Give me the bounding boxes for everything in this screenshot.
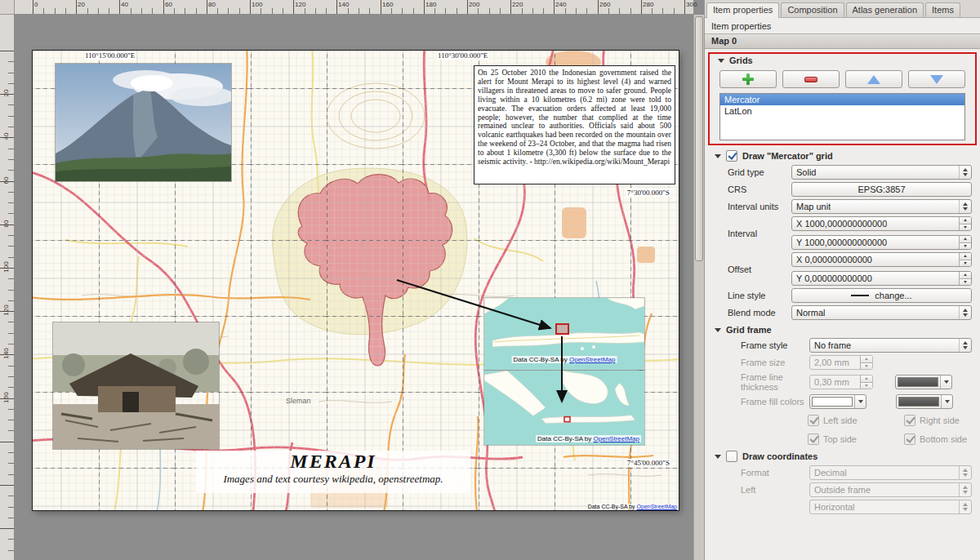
spin-buttons[interactable]: [860, 356, 872, 369]
line-style-change-button[interactable]: change...: [791, 288, 972, 303]
panel-title: Item properties: [705, 18, 980, 33]
draw-coordinates-label: Draw coordinates: [742, 451, 817, 461]
crs-label: CRS: [713, 184, 791, 194]
move-grid-up-button[interactable]: [845, 70, 902, 88]
ruler-mark: 20: [2, 85, 11, 101]
right-side-checkbox[interactable]: [904, 415, 915, 426]
grid-type-select[interactable]: Solid: [791, 165, 972, 180]
dropdown-arrow-icon: [940, 376, 951, 389]
blend-mode-label: Blend mode: [713, 308, 791, 318]
attribution-text: Data CC-By-SA by: [588, 504, 637, 509]
left-side-checkbox[interactable]: [808, 415, 819, 426]
ruler-mark: 180: [425, 1, 436, 8]
frame-fill-color2-button[interactable]: [896, 394, 953, 409]
spin-buttons[interactable]: [959, 217, 971, 230]
ruler-vertical: 20 40 60 80 100 120 140 160: [0, 15, 15, 560]
dropdown-arrows-icon: [959, 500, 971, 513]
format-select[interactable]: Decimal: [809, 465, 972, 480]
left-frame-position-select[interactable]: Outside frame: [809, 482, 972, 497]
dropdown-arrows-icon: [959, 483, 971, 496]
openstreetmap-link[interactable]: OpenStreetMap: [569, 356, 615, 363]
interval-label: Interval: [713, 229, 791, 238]
ruler-mark: 60: [2, 172, 11, 189]
destroyed-house-photo[interactable]: [53, 322, 219, 449]
offset-y-input[interactable]: Y 0,000000000000: [791, 271, 972, 286]
volcano-photo[interactable]: [56, 64, 231, 181]
info-text: On 25 October 2010 the Indonesian govern…: [478, 69, 671, 166]
right-side-option[interactable]: Right side: [904, 415, 973, 426]
composition-canvas[interactable]: On 25 October 2010 the Indonesian govern…: [15, 15, 693, 560]
tab-composition[interactable]: Composition: [781, 2, 844, 17]
interval-x-input[interactable]: X 1000,000000000000: [791, 216, 972, 231]
draw-coordinates-header[interactable]: Draw coordinates: [715, 451, 973, 462]
item-properties-panel: Item properties Composition Atlas genera…: [704, 0, 980, 560]
frame-line-color-button[interactable]: [895, 375, 952, 389]
frame-style-select[interactable]: No frame: [809, 338, 972, 353]
interval-units-select[interactable]: Map unit: [791, 199, 972, 214]
panel-tab-bar: Item properties Composition Atlas genera…: [705, 0, 980, 18]
ruler-mark: 120: [295, 1, 305, 8]
ruler-mark: 120: [2, 302, 11, 318]
grids-label: Grids: [729, 56, 753, 65]
composition-page[interactable]: On 25 October 2010 the Indonesian govern…: [33, 51, 679, 510]
spin-buttons[interactable]: [959, 253, 971, 266]
spin-buttons[interactable]: [959, 272, 971, 285]
grid-frame-section-header[interactable]: Grid frame: [715, 325, 973, 335]
scrollbar-thumb[interactable]: [695, 16, 703, 261]
info-text-item[interactable]: On 25 October 2010 the Indonesian govern…: [474, 65, 675, 184]
interval-y-input[interactable]: Y 1000,000000000000: [791, 235, 972, 250]
draw-coordinates-checkbox[interactable]: [726, 451, 737, 462]
canvas-vertical-scrollbar[interactable]: [693, 15, 704, 560]
minus-icon: [804, 77, 817, 82]
grids-group: Grids Mercator LatLon: [708, 52, 977, 145]
grid-coordinate-label: 110°15'00.000"E: [84, 51, 136, 60]
bottom-side-checkbox[interactable]: [904, 433, 915, 445]
grid-coordinate-label: 7°45'00.000"S: [626, 459, 670, 467]
dropdown-arrows-icon: [959, 339, 971, 352]
top-side-checkbox[interactable]: [808, 433, 819, 445]
top-side-option[interactable]: Top side: [808, 433, 904, 445]
frame-size-input[interactable]: 2,00 mm: [809, 355, 873, 370]
blend-mode-select[interactable]: Normal: [791, 305, 972, 320]
grid-type-label: Grid type: [713, 167, 791, 177]
plus-icon: [742, 73, 754, 85]
add-grid-button[interactable]: [719, 70, 777, 88]
tab-item-properties[interactable]: Item properties: [706, 2, 779, 18]
ruler-mark: 40: [2, 128, 11, 144]
expander-icon[interactable]: [715, 154, 721, 158]
bottom-side-option[interactable]: Bottom side: [904, 433, 973, 445]
grids-group-header[interactable]: Grids: [715, 54, 970, 69]
frame-fill-color1-button[interactable]: [809, 394, 866, 409]
ruler-mark: 200: [469, 1, 479, 8]
ruler-mark: 60: [165, 1, 172, 8]
remove-grid-button[interactable]: [782, 70, 840, 88]
draw-grid-label: Draw "Mercator" grid: [742, 151, 833, 161]
grid-coordinate-label: 110°30'00.000"E: [437, 51, 488, 60]
openstreetmap-link[interactable]: OpenStreetMap: [637, 504, 677, 509]
ruler-mark: 80: [2, 216, 11, 232]
map-title-item[interactable]: MERAPI Images and text courtesy wikipedi…: [196, 451, 470, 493]
frame-line-thickness-input[interactable]: 0,30 mm: [809, 375, 873, 389]
tab-items[interactable]: Items: [925, 2, 960, 17]
map-title: MERAPI: [196, 451, 470, 473]
draw-grid-checkbox[interactable]: [726, 150, 737, 162]
inset-map-indonesia[interactable]: Data CC-By-SA by OpenStreetMap: [484, 371, 644, 445]
frame-size-label: Frame size: [713, 358, 809, 367]
grid-list-item-latlon[interactable]: LatLon: [720, 105, 964, 117]
interval-units-label: Interval units: [713, 202, 791, 211]
tab-atlas-generation[interactable]: Atlas generation: [846, 2, 924, 17]
crs-button[interactable]: EPSG:3857: [791, 182, 972, 197]
offset-x-input[interactable]: X 0,000000000000: [791, 252, 972, 267]
ruler-mark: 280: [643, 1, 653, 8]
openstreetmap-link[interactable]: OpenStreetMap: [594, 435, 639, 442]
coordinate-direction-select[interactable]: Horizontal: [809, 500, 972, 514]
grid-list-item-mercator[interactable]: Mercator: [720, 94, 964, 105]
grid-frame-label: Grid frame: [726, 325, 772, 335]
grids-list: Mercator LatLon: [719, 93, 965, 140]
spin-buttons[interactable]: [860, 376, 872, 389]
left-side-option[interactable]: Left side: [808, 415, 904, 426]
move-grid-down-button[interactable]: [908, 70, 965, 88]
inset-map-java[interactable]: Data CC-By-SA by OpenStreetMap: [484, 298, 644, 370]
ruler-mark: 20: [78, 1, 85, 8]
spin-buttons[interactable]: [959, 236, 971, 249]
